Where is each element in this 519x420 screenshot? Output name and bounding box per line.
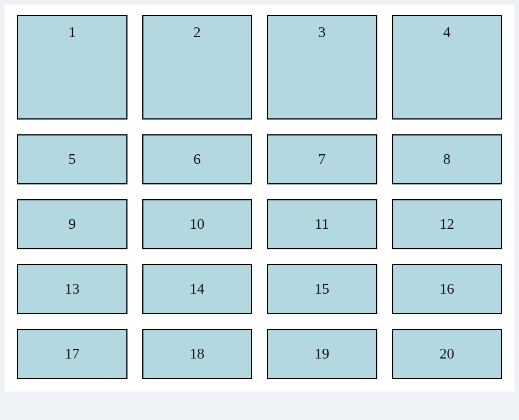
grid-cell: 11 (267, 199, 377, 249)
cell-label: 5 (68, 151, 76, 168)
grid-cell: 2 (142, 15, 253, 120)
grid-cell: 18 (142, 329, 253, 379)
grid-cell: 14 (142, 264, 253, 314)
cell-label: 15 (315, 281, 329, 298)
grid-cell: 13 (17, 264, 127, 314)
cell-label: 17 (65, 345, 80, 363)
grid-cell: 5 (17, 134, 127, 184)
cell-label: 7 (318, 151, 326, 168)
grid-cell: 3 (267, 15, 377, 120)
grid-cell: 10 (142, 199, 253, 249)
cell-label: 14 (190, 281, 204, 298)
grid-row: 9 10 11 12 (17, 199, 502, 249)
cell-label: 1 (68, 24, 76, 118)
grid-cell: 1 (17, 15, 127, 120)
grid-cell: 7 (267, 134, 377, 184)
grid-cell: 16 (392, 264, 502, 314)
grid-cell: 6 (142, 134, 253, 184)
grid-cell: 19 (267, 329, 377, 379)
grid: 1 2 3 4 5 6 7 8 9 10 11 12 13 14 15 16 1… (17, 15, 502, 379)
grid-cell: 17 (17, 329, 127, 379)
grid-cell: 12 (392, 199, 502, 249)
grid-row: 5 6 7 8 (17, 134, 502, 184)
cell-label: 11 (315, 216, 329, 233)
cell-label: 20 (439, 345, 454, 363)
cell-label: 8 (443, 151, 451, 168)
cell-label: 4 (443, 24, 451, 118)
cell-label: 3 (318, 24, 326, 118)
cell-label: 19 (315, 345, 329, 363)
grid-cell: 20 (392, 329, 502, 379)
cell-label: 13 (65, 281, 80, 298)
cell-label: 18 (190, 345, 204, 363)
cell-label: 2 (193, 24, 201, 118)
grid-cell: 8 (392, 134, 502, 184)
cell-label: 9 (68, 216, 76, 233)
grid-row: 17 18 19 20 (17, 329, 502, 379)
cell-label: 10 (190, 216, 204, 233)
grid-cell: 9 (17, 199, 127, 249)
grid-row: 13 14 15 16 (17, 264, 502, 314)
cell-label: 12 (439, 216, 454, 233)
cell-label: 6 (193, 151, 201, 168)
grid-panel: 1 2 3 4 5 6 7 8 9 10 11 12 13 14 15 16 1… (5, 5, 514, 392)
cell-label: 16 (439, 281, 454, 298)
grid-cell: 15 (267, 264, 377, 314)
grid-cell: 4 (392, 15, 502, 120)
grid-row: 1 2 3 4 (17, 15, 502, 120)
